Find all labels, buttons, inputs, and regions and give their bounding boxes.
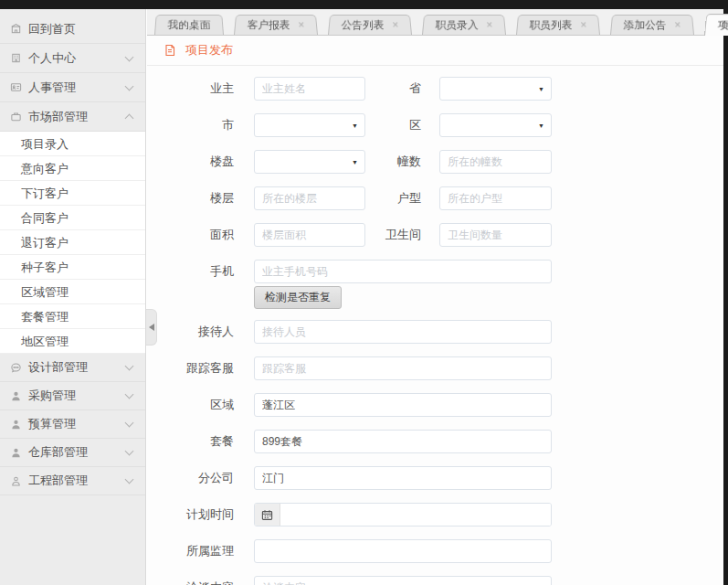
sidebar-item-contract-clients[interactable]: 合同客户 [0, 206, 145, 230]
chevron-down-icon [125, 419, 134, 428]
field-label-unit-type: 户型 [365, 190, 421, 207]
tab-client-report[interactable]: 客户报表 × [234, 15, 318, 35]
idcard-icon [10, 81, 22, 93]
field-label-city: 市 [147, 117, 234, 133]
tab-staff-list[interactable]: 职员列表 × [516, 15, 600, 35]
sidebar-item-project-entry[interactable]: 项目录入 [0, 132, 145, 156]
home-icon [10, 23, 22, 35]
sidebar-item-district-mgmt[interactable]: 地区管理 [0, 329, 145, 354]
chevron-down-icon [125, 52, 134, 61]
calendar-icon[interactable] [255, 504, 280, 526]
field-label-receptionist: 接待人 [147, 324, 234, 340]
sidebar-item-home[interactable]: 回到首页 [0, 15, 145, 44]
sidebar-item-engineering[interactable]: 工程部管理 [0, 467, 145, 495]
sidebar-item-label: 采购管理 [28, 388, 76, 404]
package-input[interactable] [254, 430, 552, 453]
receptionist-input[interactable] [254, 320, 552, 344]
sidebar-collapse-handle[interactable] [146, 309, 157, 346]
top-black-bar [0, 0, 728, 9]
sidebar-item-cancel-clients[interactable]: 退订客户 [0, 230, 145, 255]
close-icon[interactable]: × [674, 20, 681, 30]
tab-label: 职员录入 [435, 17, 479, 32]
sidebar-item-label: 人事管理 [28, 80, 76, 96]
tracking-service-input[interactable] [254, 356, 552, 380]
owner-input[interactable] [254, 77, 365, 101]
sidebar-item-label: 预算管理 [28, 416, 76, 432]
bathroom-input[interactable] [439, 223, 552, 247]
caret-down-icon: ▼ [538, 122, 544, 129]
page-title: 项目发布 [185, 42, 233, 58]
phone-input[interactable] [254, 260, 552, 283]
chevron-down-icon [125, 81, 134, 90]
tab-staff-entry[interactable]: 职员录入 × [422, 15, 506, 35]
talk-content-input[interactable] [254, 576, 552, 585]
supervisor-input[interactable] [254, 539, 552, 563]
region-input[interactable] [254, 393, 552, 417]
main-content: 我的桌面 客户报表 × 公告列表 × 职员录入 × 职员列表 × 添加公告 × … [147, 9, 723, 585]
sidebar-item-label: 个人中心 [28, 50, 76, 67]
sidebar-item-label: 回到首页 [28, 21, 76, 37]
tab-label: 客户报表 [247, 17, 290, 32]
sidebar-item-label: 设计部管理 [28, 359, 88, 376]
field-label-package: 套餐 [147, 433, 234, 450]
tab-label: 添加公告 [623, 17, 667, 32]
field-label-branch: 分公司 [147, 470, 234, 486]
branch-input[interactable] [254, 466, 552, 490]
field-label-plan-time: 计划时间 [147, 506, 234, 523]
tab-add-notice[interactable]: 添加公告 × [610, 15, 694, 35]
plan-time-input[interactable] [280, 504, 551, 526]
sidebar-item-label: 仓库部管理 [28, 444, 88, 461]
document-icon [164, 44, 176, 57]
building-icon [10, 52, 22, 64]
right-black-bar [723, 0, 728, 585]
caret-down-icon: ▼ [538, 86, 544, 92]
check-duplicate-button[interactable]: 检测是否重复 [254, 286, 342, 309]
chevron-down-icon [125, 447, 134, 456]
city-select[interactable]: ▼ [254, 113, 365, 137]
sidebar-item-personal-center[interactable]: 个人中心 [0, 44, 145, 73]
field-label-floor: 楼层 [147, 190, 234, 207]
sidebar-item-purchasing[interactable]: 采购管理 [0, 382, 145, 410]
chevron-down-icon [125, 390, 134, 399]
sidebar-item-design-dept[interactable]: 设计部管理 [0, 354, 145, 382]
project-form: 业主 省 ▼ 市 ▼ 区 ▼ 楼盘 ▼ 幢数 楼层 户型 面积 卫生间 [147, 66, 723, 585]
sidebar-item-hr[interactable]: 人事管理 [0, 73, 145, 102]
sidebar-item-marketing[interactable]: 市场部管理 [0, 102, 145, 132]
sidebar-item-budget[interactable]: 预算管理 [0, 410, 145, 439]
area-input[interactable] [254, 223, 365, 247]
collapse-arrow-icon [149, 324, 154, 331]
floor-input[interactable] [254, 186, 365, 210]
plan-time-group [254, 503, 552, 526]
field-label-building: 楼盘 [147, 154, 234, 170]
field-label-phone: 手机 [147, 263, 234, 280]
block-input[interactable] [439, 150, 552, 174]
district-select[interactable]: ▼ [439, 113, 552, 137]
user-icon [10, 390, 22, 402]
chevron-down-icon [125, 362, 134, 371]
close-icon[interactable]: × [392, 20, 399, 30]
tab-label: 公告列表 [341, 17, 385, 32]
unit-type-input[interactable] [439, 186, 552, 210]
province-select[interactable]: ▼ [439, 77, 552, 101]
sidebar-item-package-mgmt[interactable]: 套餐管理 [0, 304, 145, 329]
tab-label: 职员列表 [529, 17, 573, 32]
close-icon[interactable]: × [486, 20, 493, 30]
sidebar-item-order-clients[interactable]: 下订客户 [0, 181, 145, 206]
field-label-region: 区域 [147, 397, 234, 413]
sidebar-item-seed-clients[interactable]: 种子客户 [0, 255, 145, 280]
tab-my-desktop[interactable]: 我的桌面 [154, 15, 224, 35]
chevron-up-icon [125, 114, 134, 123]
sidebar-item-region-mgmt[interactable]: 区域管理 [0, 280, 145, 304]
close-icon[interactable]: × [298, 20, 305, 30]
sidebar-item-warehouse[interactable]: 仓库部管理 [0, 439, 145, 467]
close-icon[interactable]: × [580, 20, 587, 30]
field-label-bathroom: 卫生间 [365, 227, 421, 243]
sidebar-item-intent-clients[interactable]: 意向客户 [0, 156, 145, 181]
building-select[interactable]: ▼ [254, 150, 365, 174]
tab-project-entry[interactable]: 项目录入 × [704, 14, 728, 36]
tab-label: 项目录入 [717, 17, 728, 32]
field-label-supervisor: 所属监理 [147, 543, 234, 559]
tab-bar: 我的桌面 客户报表 × 公告列表 × 职员录入 × 职员列表 × 添加公告 × … [147, 9, 723, 36]
caret-down-icon: ▼ [352, 159, 358, 165]
tab-notice-list[interactable]: 公告列表 × [328, 15, 412, 35]
